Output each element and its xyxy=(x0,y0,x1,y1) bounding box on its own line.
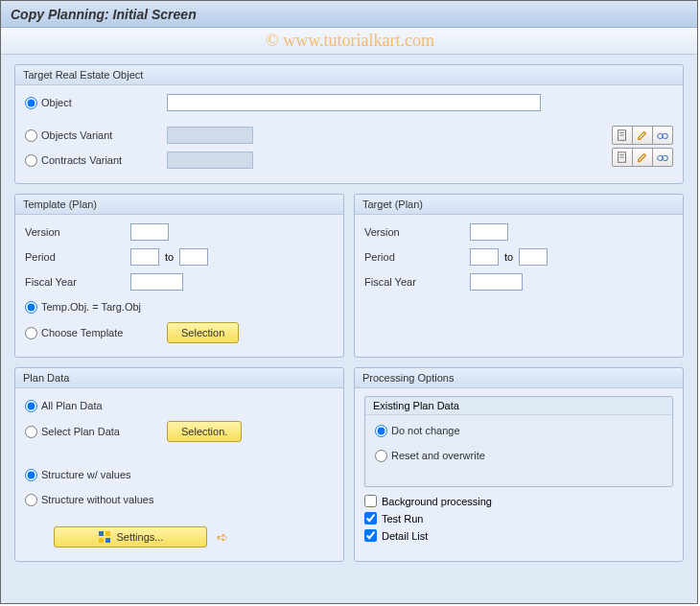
inner-box-title: Existing Plan Data xyxy=(365,397,672,415)
structure-without-values-radio-input[interactable] xyxy=(25,494,37,506)
svg-rect-14 xyxy=(105,538,110,543)
to-label: to xyxy=(165,251,174,263)
plan-data-selection-button[interactable]: Selection. xyxy=(167,421,242,442)
edit-variant-button[interactable] xyxy=(632,126,653,145)
existing-plan-data-box: Existing Plan Data Do not change xyxy=(364,396,673,487)
objects-variant-radio[interactable]: Objects Variant xyxy=(25,129,159,142)
display-variant-button[interactable] xyxy=(652,126,673,145)
temp-equals-target-radio[interactable]: Temp.Obj. = Targ.Obj xyxy=(25,301,141,314)
choose-template-radio-input[interactable] xyxy=(25,327,37,339)
reset-overwrite-radio[interactable]: Reset and overwrite xyxy=(375,450,485,462)
do-not-change-radio-input[interactable] xyxy=(375,425,387,437)
all-plan-data-radio-input[interactable] xyxy=(25,400,37,412)
svg-point-10 xyxy=(663,155,667,160)
temp-equals-target-radio-input[interactable] xyxy=(25,301,37,314)
detail-list-checkbox-input[interactable] xyxy=(364,529,377,542)
svg-point-9 xyxy=(658,155,663,160)
plan-data-group: Plan Data All Plan Data Select Plan Data xyxy=(14,367,344,562)
svg-point-3 xyxy=(658,133,663,138)
target-real-estate-object-group: Target Real Estate Object Object xyxy=(14,64,684,184)
structure-with-values-radio[interactable]: Structure w/ values xyxy=(25,469,131,481)
svg-rect-13 xyxy=(99,538,104,543)
select-plan-data-radio[interactable]: Select Plan Data xyxy=(25,426,159,438)
target-fiscal-year-input[interactable] xyxy=(470,273,523,291)
version-label: Version xyxy=(364,226,470,238)
target-period-from-input[interactable] xyxy=(470,248,499,266)
template-period-to-input[interactable] xyxy=(179,248,208,266)
document-icon xyxy=(616,128,629,142)
svg-point-4 xyxy=(663,133,667,138)
target-plan-group: Target (Plan) Version Period to Fiscal Y… xyxy=(354,194,684,358)
fiscal-year-label: Fiscal Year xyxy=(25,276,130,288)
target-period-to-input[interactable] xyxy=(519,248,548,266)
objects-variant-input xyxy=(167,127,253,144)
grid-icon xyxy=(98,530,111,544)
group-title: Plan Data xyxy=(15,368,343,388)
test-run-checkbox-input[interactable] xyxy=(364,512,377,524)
processing-options-group: Processing Options Existing Plan Data Do… xyxy=(354,367,684,562)
template-plan-group: Template (Plan) Version Period to Fiscal… xyxy=(14,194,344,358)
window-titlebar: Copy Planning: Initial Screen xyxy=(1,1,697,28)
select-plan-data-radio-input[interactable] xyxy=(25,426,37,438)
application-toolbar xyxy=(1,28,697,55)
structure-without-values-radio[interactable]: Structure without values xyxy=(25,494,153,506)
template-period-from-input[interactable] xyxy=(130,248,159,266)
svg-rect-11 xyxy=(99,531,104,536)
glasses-icon xyxy=(656,128,669,142)
objects-variant-toolbar xyxy=(612,126,673,145)
contracts-variant-radio-input[interactable] xyxy=(25,154,37,167)
group-title: Processing Options xyxy=(355,368,683,388)
background-processing-checkbox[interactable]: Background processing xyxy=(364,495,673,507)
detail-list-checkbox[interactable]: Detail List xyxy=(364,529,673,542)
group-title: Target (Plan) xyxy=(355,195,683,215)
arrow-right-icon: ➪ xyxy=(217,529,228,545)
all-plan-data-radio[interactable]: All Plan Data xyxy=(25,400,103,412)
settings-button[interactable]: Settings... xyxy=(54,526,207,548)
create-variant-button[interactable] xyxy=(612,126,633,145)
structure-with-values-radio-input[interactable] xyxy=(25,469,37,481)
contracts-variant-toolbar xyxy=(612,148,673,167)
object-input[interactable] xyxy=(167,94,541,111)
svg-rect-12 xyxy=(105,531,110,536)
contracts-variant-radio[interactable]: Contracts Variant xyxy=(25,154,159,167)
page-title: Copy Planning: Initial Screen xyxy=(11,7,197,22)
version-label: Version xyxy=(25,226,130,238)
to-label: to xyxy=(504,251,513,263)
document-icon xyxy=(616,151,629,164)
display-variant-button[interactable] xyxy=(652,148,673,167)
choose-template-radio[interactable]: Choose Template xyxy=(25,327,159,339)
objects-variant-radio-input[interactable] xyxy=(25,129,37,142)
period-label: Period xyxy=(25,251,130,263)
template-version-input[interactable] xyxy=(130,223,169,241)
reset-overwrite-radio-input[interactable] xyxy=(375,450,387,462)
group-title: Template (Plan) xyxy=(15,195,343,215)
group-title: Target Real Estate Object xyxy=(15,65,683,85)
object-radio[interactable]: Object xyxy=(25,97,159,109)
background-processing-checkbox-input[interactable] xyxy=(364,495,377,507)
contracts-variant-input xyxy=(167,152,253,169)
do-not-change-radio[interactable]: Do not change xyxy=(375,425,460,437)
period-label: Period xyxy=(364,251,470,263)
fiscal-year-label: Fiscal Year xyxy=(364,276,470,288)
target-version-input[interactable] xyxy=(470,223,508,241)
glasses-icon xyxy=(656,151,669,164)
test-run-checkbox[interactable]: Test Run xyxy=(364,512,673,524)
edit-variant-button[interactable] xyxy=(632,148,653,167)
object-radio-input[interactable] xyxy=(25,97,37,109)
template-fiscal-year-input[interactable] xyxy=(130,273,183,291)
create-variant-button[interactable] xyxy=(612,148,633,167)
template-selection-button[interactable]: Selection xyxy=(167,322,239,343)
pencil-icon xyxy=(636,151,649,164)
pencil-icon xyxy=(636,128,649,142)
